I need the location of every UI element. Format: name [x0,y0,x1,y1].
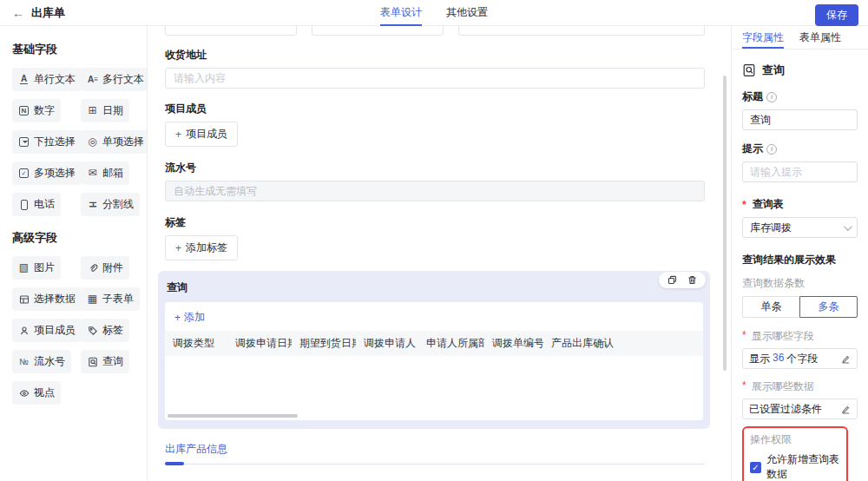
toggle-single[interactable]: 单条 [742,296,799,318]
chevron-down-icon [844,222,852,231]
serial-input: 自动生成无需填写 [165,181,705,201]
count-toggle: 单条 多条 [742,296,858,318]
query-table-select[interactable]: 库存调拨 [742,217,858,238]
field-chip-tag[interactable]: 标签 [81,319,129,342]
top-bar: ← 出库单 表单设计 其他设置 保存 [0,0,868,26]
properties-panel: 字段属性 表单属性 查询 标题 i 查询 提示 i 请输入提示 * 查询表 库存… [731,26,868,481]
query-result-box: + 添加 调拨类型 调拨申请日期 期望到货日期 调拨申请人 申请人所属部门 调拨… [165,302,703,420]
tab-other-settings[interactable]: 其他设置 [446,0,488,26]
field-chip-date[interactable]: ⊞ 日期 [81,99,129,122]
single-line-text-icon: A [18,74,30,85]
query-col-header: 调拨单编号 [484,331,543,356]
clipped-input[interactable] [458,26,705,36]
field-chip-divider[interactable]: H 分割线 [81,193,140,216]
dropdown-icon [18,136,30,148]
field-type-row: 查询 [742,63,858,78]
field-chip-image[interactable]: ▧ 图片 [12,256,61,280]
group-title-advanced: 高级字段 [12,230,136,246]
calendar-icon: ⊞ [87,105,98,116]
phone-icon [18,199,30,210]
hint-input[interactable]: 请输入提示 [742,161,858,182]
eye-icon [18,387,30,399]
image-icon: ▧ [18,262,30,273]
display-fields-box[interactable]: 显示36个字段 [742,348,858,369]
field-chip-phone[interactable]: 电话 [12,193,61,216]
field-chip-multiselect[interactable]: ✓ 多项选择 [12,161,82,185]
query-col-header: 申请人所属部门 [418,331,484,356]
result-section-title: 查询结果的展示效果 [742,253,858,267]
query-field-title: 查询 [165,278,703,295]
canvas-vertical-scrollbar[interactable] [723,76,727,371]
field-chip-view[interactable]: 视点 [12,381,61,405]
clipped-input[interactable] [312,26,444,36]
info-icon[interactable]: i [766,144,777,155]
person-icon [18,325,30,336]
field-chip-email[interactable]: ✉ 邮箱 [81,161,129,185]
header-tabs: 表单设计 其他设置 [380,0,488,26]
toggle-multiple[interactable]: 多条 [799,296,858,318]
allow-add-checkbox-row[interactable]: ✓ 允许新增查询表数据 [750,452,840,481]
query-col-header: 产品出库确认 [543,331,639,356]
tab-form-design[interactable]: 表单设计 [380,0,422,26]
field-chip-member[interactable]: 项目成员 [12,319,82,342]
field-chip-serial[interactable]: № 流水号 [12,350,71,373]
section-progress-segment [165,462,184,465]
field-chip-single-text[interactable]: A 单行文本 [12,68,82,91]
field-chip-radio[interactable]: ◎ 单项选择 [81,130,148,154]
group-title-basic: 基础字段 [12,42,136,57]
filter-condition-box[interactable]: 已设置过滤条件 [742,399,858,419]
tags-field-label: 标签 [165,215,705,230]
field-chip-subform[interactable]: ▦ 子表单 [81,287,140,311]
info-icon[interactable]: i [766,92,777,102]
field-chip-multi-text[interactable]: A≡ 多行文本 [81,68,148,91]
clipped-fields-row [165,26,705,36]
copy-icon[interactable] [667,275,677,285]
query-horizontal-scrollbar[interactable] [168,414,298,418]
tab-field-properties[interactable]: 字段属性 [742,26,784,49]
query-table-label: * 查询表 [742,197,858,212]
clipped-input[interactable] [165,26,297,36]
address-field-label: 收货地址 [165,48,705,63]
field-type-name: 查询 [762,63,785,78]
edit-pencil-icon[interactable] [841,354,851,364]
serial-number-icon: № [18,356,30,367]
field-chip-select-data[interactable]: 选择数据 [12,287,82,311]
add-tag-button[interactable]: + 添加标签 [165,235,238,260]
field-chip-dropdown[interactable]: 下拉选择 [12,130,82,154]
back-icon[interactable]: ← [12,6,24,20]
multi-line-text-icon: A≡ [87,74,98,85]
trash-icon[interactable] [687,275,697,285]
title-label: 标题 i [742,89,858,104]
query-table-empty-body [165,356,703,413]
query-col-header: 期望到货日期 [292,331,356,356]
field-chip-query[interactable]: 查询 [81,350,129,373]
query-field-selected[interactable]: 查询 + 添加 调拨类型 调拨申请日期 期望到货日期 调拨申请人 申请人所属部门… [158,271,710,429]
save-button[interactable]: 保存 [815,4,858,26]
field-chip-attachment[interactable]: 附件 [81,256,129,280]
field-actions-pill [659,272,706,288]
query-add-button[interactable]: + 添加 [165,302,214,331]
product-section-link[interactable]: 出库产品信息 [165,442,227,457]
title-input[interactable]: 查询 [742,109,858,130]
section-divider [165,461,705,465]
highlight-annotation-box: 操作权限 ✓ 允许新增查询表数据 [742,426,848,481]
members-field-label: 项目成员 [165,102,705,116]
paperclip-icon [87,262,98,273]
fields-count: 36 [773,352,784,366]
checkbox-checked-icon[interactable]: ✓ [750,462,761,473]
address-input[interactable]: 请输入内容 [165,68,705,89]
page-title: 出库单 [31,5,65,21]
select-data-icon [18,293,30,305]
add-member-button[interactable]: + 项目成员 [165,122,238,147]
panel-tabs: 字段属性 表单属性 [732,26,868,49]
edit-pencil-icon[interactable] [841,405,851,414]
query-icon [87,356,98,367]
query-col-header: 调拨类型 [165,331,227,356]
query-col-header: 调拨申请人 [356,331,418,356]
divider-icon: H [87,199,98,210]
serial-field-label: 流水号 [165,161,705,175]
tab-form-properties[interactable]: 表单属性 [799,26,841,49]
field-chip-number[interactable]: N 数字 [12,99,61,122]
checkbox-icon: ✓ [18,168,30,179]
form-canvas: 收货地址 请输入内容 项目成员 + 项目成员 流水号 自动生成无需填写 标签 +… [148,26,731,481]
